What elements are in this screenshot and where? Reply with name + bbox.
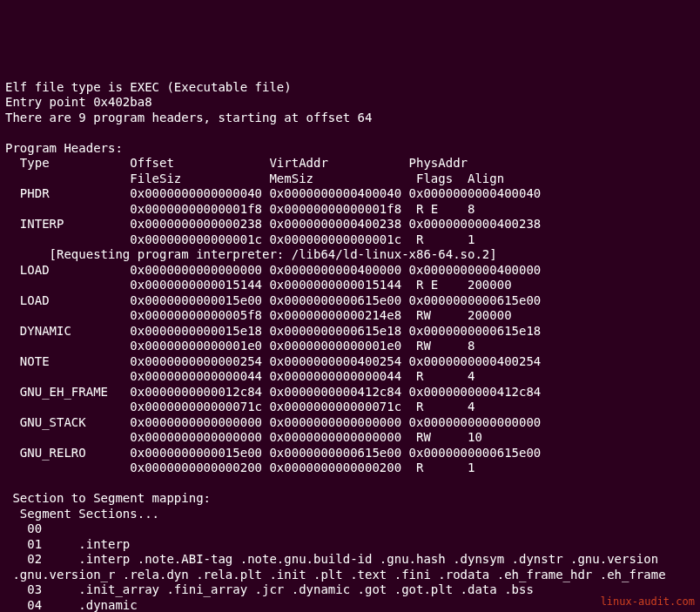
mapping-title: Section to Segment mapping: [5, 491, 211, 505]
note-line-1: NOTE 0x0000000000000254 0x00000000004002… [5, 354, 541, 368]
mapping-row-04: 04 .dynamic [5, 598, 145, 612]
gnu-eh-frame-line-2: 0x000000000000071c 0x000000000000071c R … [5, 400, 475, 414]
header-count: There are 9 program headers, starting at… [5, 111, 372, 124]
dynamic-line-1: DYNAMIC 0x0000000000015e18 0x00000000006… [5, 324, 541, 338]
phdr-line-1: PHDR 0x0000000000000040 0x00000000004000… [5, 186, 541, 200]
entry-point: Entry point 0x402ba8 [5, 95, 152, 109]
mapping-row-02b: .gnu.version_r .rela.dyn .rela.plt .init… [5, 568, 673, 582]
interp-note: [Requesting program interpreter: /lib64/… [5, 247, 497, 261]
mapping-row-00: 00 [5, 521, 78, 535]
gnu-relro-line-2: 0x0000000000000200 0x0000000000000200 R … [5, 461, 475, 474]
dynamic-line-2: 0x00000000000001e0 0x00000000000001e0 RW… [5, 339, 475, 353]
interp-line-2: 0x000000000000001c 0x000000000000001c R … [5, 232, 475, 246]
columns-row-2: FileSiz MemSiz Flags Align [5, 171, 504, 185]
phdr-line-2: 0x00000000000001f8 0x00000000000001f8 R … [5, 202, 475, 216]
elf-file-type: Elf file type is EXEC (Executable file) [5, 80, 292, 94]
interp-line-1: INTERP 0x0000000000000238 0x000000000040… [5, 217, 541, 231]
columns-row-1: Type Offset VirtAddr PhysAddr [5, 156, 468, 170]
program-headers-title: Program Headers: [5, 141, 123, 155]
watermark: linux-audit.com [601, 595, 695, 609]
load2-line-2: 0x00000000000005f8 0x00000000000214e8 RW… [5, 308, 512, 322]
mapping-subtitle: Segment Sections... [5, 507, 159, 521]
gnu-relro-line-1: GNU_RELRO 0x0000000000015e00 0x000000000… [5, 446, 541, 460]
mapping-row-02a: 02 .interp .note.ABI-tag .note.gnu.build… [5, 552, 658, 566]
gnu-eh-frame-line-1: GNU_EH_FRAME 0x0000000000012c84 0x000000… [5, 385, 541, 399]
load1-line-1: LOAD 0x0000000000000000 0x00000000004000… [5, 263, 541, 277]
load2-line-1: LOAD 0x0000000000015e00 0x0000000000615e… [5, 293, 541, 307]
terminal-output: Elf file type is EXEC (Executable file) … [5, 64, 695, 612]
load1-line-2: 0x0000000000015144 0x0000000000015144 R … [5, 278, 512, 292]
gnu-stack-line-1: GNU_STACK 0x0000000000000000 0x000000000… [5, 415, 541, 429]
mapping-row-01: 01 .interp [5, 537, 138, 551]
gnu-stack-line-2: 0x0000000000000000 0x0000000000000000 RW… [5, 430, 482, 444]
note-line-2: 0x0000000000000044 0x0000000000000044 R … [5, 369, 475, 383]
mapping-row-03: 03 .init_array .fini_array .jcr .dynamic… [5, 582, 541, 596]
